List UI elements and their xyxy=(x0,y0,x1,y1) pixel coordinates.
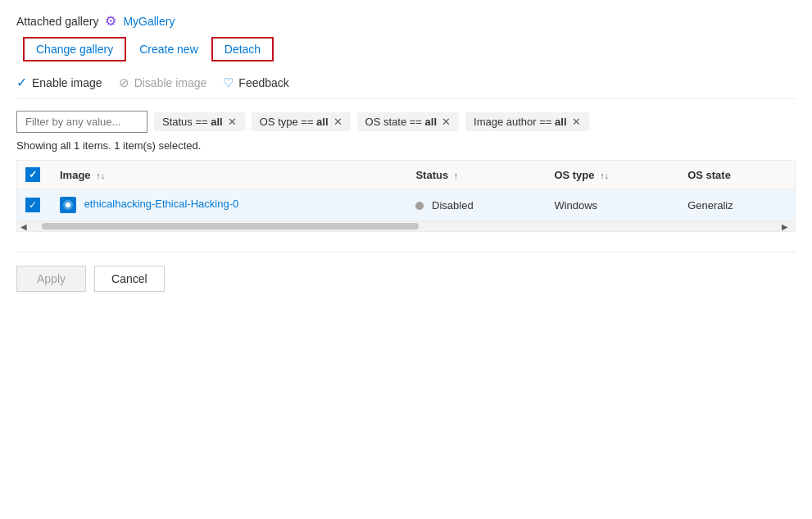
bottom-buttons-row: Apply Cancel xyxy=(16,252,796,292)
table-header-row: ✓ Image ↑↓ Status ↑ OS type ↑↓ OS state xyxy=(17,161,795,189)
scroll-left-arrow[interactable]: ◀ xyxy=(17,222,30,231)
action-buttons-row: Change gallery Create new Detach xyxy=(23,37,796,61)
row-image-cell: ethicalhacking-Ethical-Hacking-0 xyxy=(50,189,406,221)
status-sort-icon[interactable]: ↑ xyxy=(454,171,459,180)
disable-image-label: Disable image xyxy=(134,76,207,89)
attached-gallery-header: Attached gallery ⚙ MyGallery xyxy=(16,13,796,29)
row-os-state-text: Generaliz xyxy=(687,199,733,212)
os-type-sort-icon[interactable]: ↑↓ xyxy=(600,171,609,180)
col-status: Status ↑ xyxy=(406,161,544,189)
col-os-type: OS type ↑↓ xyxy=(544,161,678,189)
feedback-label: Feedback xyxy=(238,76,288,89)
filter-input[interactable] xyxy=(16,111,147,133)
scrollbar-thumb[interactable] xyxy=(42,223,419,230)
enable-image-label: Enable image xyxy=(32,76,102,89)
header-checkbox-col: ✓ xyxy=(17,161,50,189)
images-table: ✓ Image ↑↓ Status ↑ OS type ↑↓ OS state xyxy=(17,161,795,221)
filter-tag-image-author: Image author == all ✕ xyxy=(465,112,588,131)
create-new-button[interactable]: Create new xyxy=(136,39,202,60)
col-os-type-label: OS type xyxy=(554,169,594,181)
svg-point-2 xyxy=(66,203,70,207)
scroll-right-arrow[interactable]: ▶ xyxy=(778,222,792,231)
filter-tag-status-close[interactable]: ✕ xyxy=(228,116,237,127)
table-row: ✓ ethicalhacking-Ethical-Hacking-0 Disab xyxy=(17,189,795,221)
image-sort-icon[interactable]: ↑↓ xyxy=(96,171,105,180)
row-status-text: Disabled xyxy=(432,199,474,212)
showing-row: Showing all 1 items. 1 item(s) selected. xyxy=(16,139,796,152)
gallery-icon: ⚙ xyxy=(105,13,116,29)
filter-tag-image-author-close[interactable]: ✕ xyxy=(572,116,581,127)
horizontal-scrollbar[interactable]: ◀ ▶ xyxy=(17,221,795,231)
select-all-checkbox[interactable]: ✓ xyxy=(25,167,40,182)
col-status-label: Status xyxy=(415,169,448,181)
detach-button[interactable]: Detach xyxy=(211,37,274,61)
row-os-state-cell: Generaliz xyxy=(678,189,795,221)
row-checkbox-cell: ✓ xyxy=(17,189,50,221)
table-container: ✓ Image ↑↓ Status ↑ OS type ↑↓ OS state xyxy=(16,160,796,232)
enable-image-button[interactable]: ✓ Enable image xyxy=(16,75,102,90)
apply-button[interactable]: Apply xyxy=(16,266,86,292)
feedback-button[interactable]: ♡ Feedback xyxy=(223,75,288,90)
showing-text: Showing all 1 items. 1 item(s) selected. xyxy=(16,139,201,152)
filter-tag-os-type-close[interactable]: ✕ xyxy=(333,116,342,127)
row-status-cell: Disabled xyxy=(406,189,544,221)
checkmark-icon: ✓ xyxy=(16,75,27,90)
col-image: Image ↑↓ xyxy=(50,161,406,189)
change-gallery-button[interactable]: Change gallery xyxy=(23,37,126,61)
toolbar-row: ✓ Enable image ⊘ Disable image ♡ Feedbac… xyxy=(16,75,796,99)
attached-gallery-label: Attached gallery xyxy=(16,15,98,28)
col-os-state-label: OS state xyxy=(687,169,731,181)
disable-image-button[interactable]: ⊘ Disable image xyxy=(119,75,207,90)
row-os-type-text: Windows xyxy=(554,199,597,212)
gallery-name: MyGallery xyxy=(123,15,175,28)
row-os-type-cell: Windows xyxy=(544,189,678,221)
col-os-state: OS state xyxy=(678,161,795,189)
col-image-label: Image xyxy=(60,169,91,181)
heart-icon: ♡ xyxy=(223,75,234,90)
image-thumbnail-icon xyxy=(60,197,76,213)
filter-tag-os-state-close[interactable]: ✕ xyxy=(442,116,451,127)
filter-tag-status: Status == all ✕ xyxy=(154,112,245,131)
row-checkbox[interactable]: ✓ xyxy=(25,198,40,212)
filter-tag-os-type: OS type == all ✕ xyxy=(252,112,351,131)
status-dot-icon xyxy=(415,202,424,210)
filter-row: Status == all ✕ OS type == all ✕ OS stat… xyxy=(16,111,796,133)
filter-tag-os-state: OS state == all ✕ xyxy=(357,112,459,131)
disable-icon: ⊘ xyxy=(119,75,129,90)
image-name-link[interactable]: ethicalhacking-Ethical-Hacking-0 xyxy=(84,198,239,210)
cancel-button[interactable]: Cancel xyxy=(94,266,165,292)
